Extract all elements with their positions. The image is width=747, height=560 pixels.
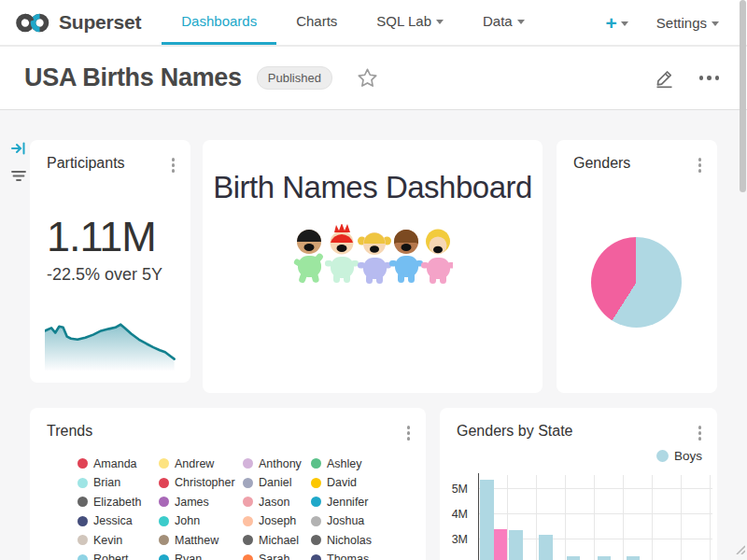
- chart-title: Genders: [573, 155, 630, 172]
- legend-item-thomas[interactable]: Thomas: [311, 553, 400, 560]
- legend-label: Jennifer: [327, 496, 368, 509]
- bar[interactable]: [567, 556, 580, 560]
- legend-item-nicholas[interactable]: Nicholas: [311, 534, 400, 546]
- legend-label: Nicholas: [327, 534, 372, 547]
- legend-dot: [78, 516, 88, 526]
- legend-label: Joseph: [259, 514, 296, 527]
- legend-dot: [159, 497, 169, 507]
- legend-dot: [243, 516, 253, 526]
- legend-dot: [243, 535, 253, 545]
- legend-item-brian[interactable]: Brian: [78, 477, 159, 489]
- page-title: USA Births Names: [24, 63, 242, 92]
- filter-icon[interactable]: [10, 169, 27, 184]
- bar[interactable]: [494, 529, 507, 560]
- brand-logo[interactable]: Superset: [0, 0, 162, 45]
- children-illustration: [292, 224, 453, 286]
- legend-label: Daniel: [259, 476, 291, 489]
- legend-item-sarah[interactable]: Sarah: [243, 553, 311, 560]
- legend-dot: [159, 554, 169, 560]
- legend-item-ryan[interactable]: Ryan: [159, 553, 243, 560]
- chevron-down-icon: [712, 21, 719, 26]
- legend-item-joseph[interactable]: Joseph: [243, 515, 311, 527]
- legend-item-jennifer[interactable]: Jennifer: [311, 496, 400, 508]
- legend-label: Thomas: [327, 553, 369, 560]
- legend-item-daniel[interactable]: Daniel: [243, 477, 311, 489]
- nav-item-label: Dashboards: [181, 13, 257, 29]
- legend-dot: [78, 458, 88, 469]
- legend-item-christopher[interactable]: Christopher: [159, 477, 243, 489]
- expand-filter-bar-icon[interactable]: [10, 140, 27, 157]
- new-item-button[interactable]: +: [606, 13, 628, 33]
- legend-label: Amanda: [93, 457, 137, 470]
- edit-dashboard-icon[interactable]: [654, 67, 675, 89]
- legend-item-john[interactable]: John: [159, 515, 243, 527]
- y-axis-line: [478, 473, 479, 560]
- dashboard-header: USA Births Names Published: [0, 47, 747, 110]
- legend-label: Ryan: [175, 553, 202, 560]
- legend-dot: [311, 497, 321, 507]
- bar[interactable]: [509, 530, 523, 560]
- legend-item-jason[interactable]: Jason: [243, 496, 311, 508]
- big-number-value: 1.11M: [47, 213, 156, 261]
- legend-item-ashley[interactable]: Ashley: [311, 457, 400, 469]
- legend-item-robert[interactable]: Robert: [78, 553, 159, 560]
- nav-item-sql-lab[interactable]: SQL Lab: [357, 0, 463, 45]
- main-menu: DashboardsChartsSQL LabData: [162, 0, 543, 45]
- kebab-menu-icon[interactable]: [694, 155, 707, 175]
- nav-item-data[interactable]: Data: [463, 0, 544, 45]
- legend-dot: [243, 478, 253, 488]
- legend-item-elizabeth[interactable]: Elizabeth: [78, 496, 159, 508]
- superset-app: Superset DashboardsChartsSQL LabData + S…: [0, 0, 747, 560]
- legend-item-anthony[interactable]: Anthony: [243, 457, 311, 469]
- legend-item-andrew[interactable]: Andrew: [159, 457, 243, 469]
- bar[interactable]: [480, 480, 494, 560]
- resize-handle-icon[interactable]: [733, 541, 745, 558]
- legend-dot: [311, 535, 321, 545]
- bar[interactable]: [539, 535, 553, 560]
- favorite-star-icon[interactable]: [357, 67, 378, 89]
- genders-by-state-bar-chart[interactable]: 5M4M3M: [440, 408, 717, 560]
- brand-name: Superset: [59, 11, 141, 34]
- legend-item-amanda[interactable]: Amanda: [78, 457, 159, 469]
- legend-dot: [78, 478, 88, 488]
- kebab-menu-icon[interactable]: [402, 423, 416, 443]
- kebab-menu-icon[interactable]: [167, 155, 180, 175]
- published-badge[interactable]: Published: [257, 66, 332, 90]
- legend-label: David: [327, 476, 357, 489]
- legend-label: Elizabeth: [93, 496, 141, 509]
- legend-label: Anthony: [259, 457, 302, 470]
- legend-item-kevin[interactable]: Kevin: [78, 534, 159, 546]
- legend-label: Ashley: [327, 457, 362, 470]
- plus-icon: +: [606, 13, 617, 33]
- legend-item-joshua[interactable]: Joshua: [311, 515, 400, 527]
- nav-item-charts[interactable]: Charts: [276, 0, 357, 45]
- legend-label: Christopher: [175, 476, 235, 489]
- vertical-scrollbar[interactable]: [740, 0, 746, 192]
- gridline: [478, 488, 712, 489]
- legend-dot: [78, 497, 88, 507]
- legend-label: Andrew: [175, 457, 214, 470]
- navbar-right: + Settings: [606, 0, 747, 45]
- settings-menu[interactable]: Settings: [656, 15, 719, 31]
- legend-dot: [311, 478, 321, 488]
- legend-dot: [159, 458, 169, 469]
- trends-card: Trends AmandaAndrewAnthonyAshleyBrianChr…: [30, 408, 426, 560]
- nav-item-dashboards[interactable]: Dashboards: [162, 0, 276, 45]
- legend-item-michael[interactable]: Michael: [243, 534, 311, 546]
- nav-item-label: Charts: [296, 13, 337, 29]
- more-actions-icon[interactable]: [696, 72, 724, 84]
- y-axis-tick: 3M: [442, 533, 473, 546]
- legend-label: Kevin: [93, 534, 122, 547]
- bar[interactable]: [598, 556, 611, 560]
- legend-item-james[interactable]: James: [159, 496, 243, 508]
- legend-item-matthew[interactable]: Matthew: [159, 534, 243, 546]
- legend-dot: [243, 458, 253, 469]
- chevron-down-icon: [621, 21, 628, 26]
- legend-label: Brian: [93, 476, 120, 489]
- genders-pie-chart[interactable]: [591, 237, 682, 328]
- genders-card: Genders: [557, 140, 717, 393]
- legend-item-david[interactable]: David: [311, 477, 400, 489]
- bar[interactable]: [627, 556, 640, 560]
- legend-dot: [311, 516, 321, 526]
- legend-item-jessica[interactable]: Jessica: [78, 515, 159, 527]
